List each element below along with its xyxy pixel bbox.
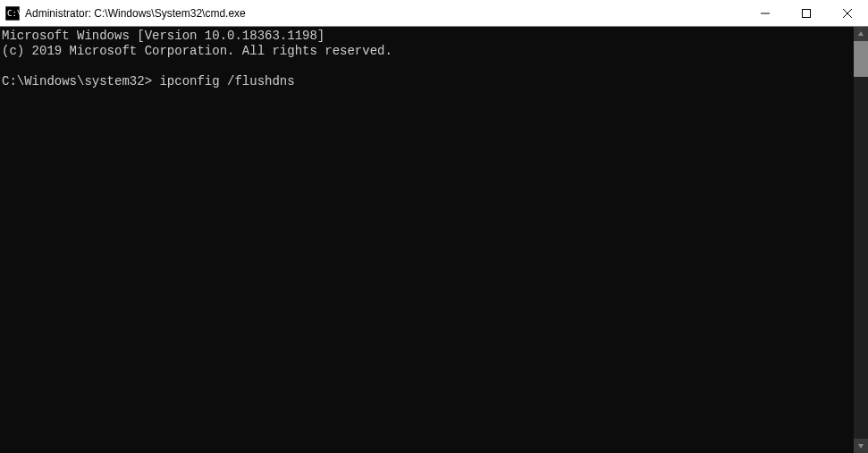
svg-marker-6	[858, 31, 864, 36]
titlebar-left: C:\ Administrator: C:\Windows\System32\c…	[5, 6, 246, 21]
minimize-button[interactable]	[745, 0, 786, 26]
maximize-button[interactable]	[786, 0, 827, 26]
terminal-area: Microsoft Windows [Version 10.0.18363.11…	[0, 27, 868, 453]
scroll-down-arrow-icon[interactable]	[854, 439, 868, 453]
scroll-up-arrow-icon[interactable]	[854, 27, 868, 41]
terminal-command: ipconfig /flushdns	[159, 74, 294, 88]
scroll-track[interactable]	[854, 41, 868, 439]
svg-rect-3	[803, 9, 811, 17]
terminal-output[interactable]: Microsoft Windows [Version 10.0.18363.11…	[0, 27, 854, 453]
window-titlebar: C:\ Administrator: C:\Windows\System32\c…	[0, 0, 868, 27]
svg-marker-7	[858, 444, 864, 449]
terminal-line: Microsoft Windows [Version 10.0.18363.11…	[2, 29, 324, 43]
close-button[interactable]	[827, 0, 868, 26]
vertical-scrollbar[interactable]	[854, 27, 868, 453]
scroll-thumb[interactable]	[854, 41, 868, 77]
terminal-prompt: C:\Windows\system32>	[2, 74, 152, 88]
cmd-icon: C:\	[5, 6, 20, 21]
window-controls	[745, 0, 868, 26]
terminal-line: (c) 2019 Microsoft Corporation. All righ…	[2, 44, 392, 58]
svg-text:C:\: C:\	[7, 9, 20, 18]
window-title: Administrator: C:\Windows\System32\cmd.e…	[25, 7, 246, 20]
